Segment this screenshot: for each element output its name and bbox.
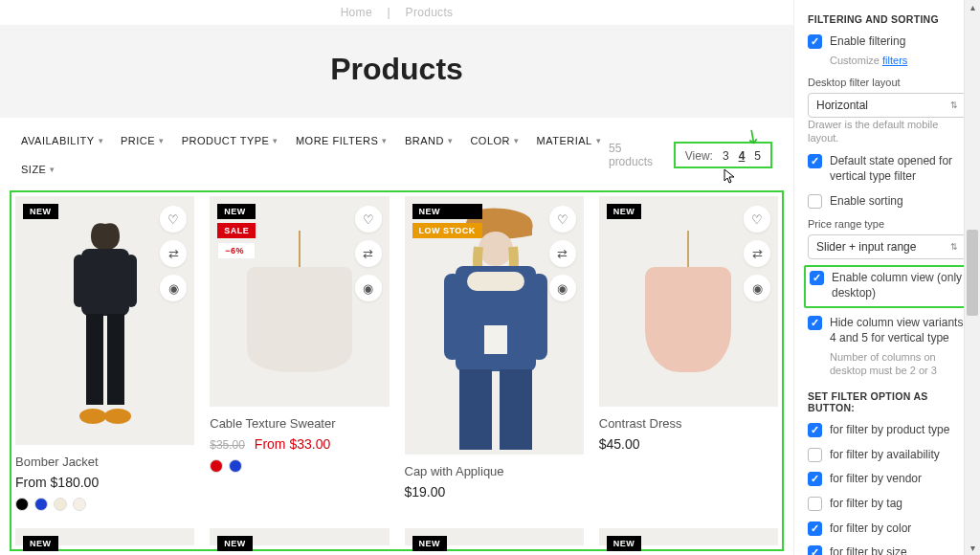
product-card[interactable]: NEW ♡ ⇄ ◉ Contrast Dress $45.00 — [599, 196, 778, 511]
setting-enable-column-view[interactable]: Enable column view (only desktop) — [810, 271, 965, 300]
price-range-select[interactable]: Slider + input range⇅ — [808, 234, 967, 259]
badge-new: NEW — [23, 536, 58, 551]
preview-pane: Home | Products Products AVAILABILITY▾ P… — [0, 0, 793, 555]
setting-enable-sorting[interactable]: Enable sorting — [808, 194, 967, 210]
product-price: From $180.00 — [15, 475, 194, 490]
product-image[interactable]: NEW — [15, 528, 194, 545]
checkbox-icon[interactable] — [808, 194, 822, 209]
quickview-button[interactable]: ◉ — [160, 275, 187, 301]
select-caret-icon: ⇅ — [950, 242, 958, 252]
product-image[interactable]: NEW SALE −6% ♡ ⇄ ◉ — [210, 196, 389, 407]
svg-rect-3 — [125, 255, 137, 307]
scroll-thumb[interactable] — [967, 230, 978, 316]
eye-icon: ◉ — [752, 281, 763, 296]
filter-price[interactable]: PRICE▾ — [121, 135, 165, 146]
compare-button[interactable]: ⇄ — [744, 240, 770, 267]
quickview-button[interactable]: ◉ — [355, 275, 382, 301]
swatch[interactable] — [210, 459, 223, 473]
scroll-up-icon[interactable]: ▴ — [965, 2, 980, 12]
filters-link[interactable]: filters — [882, 55, 907, 66]
wishlist-button[interactable]: ♡ — [355, 206, 382, 233]
person-placeholder — [417, 201, 570, 450]
swatch[interactable] — [73, 498, 86, 511]
desktop-layout-label: Desktop filter layout — [808, 77, 967, 88]
product-image[interactable]: NEW LOW STOCK ♡ ⇄ ◉ — [405, 196, 584, 455]
product-card[interactable]: NEW LOW STOCK ♡ ⇄ ◉ — [405, 196, 584, 511]
product-price: $19.00 — [405, 484, 584, 500]
scroll-down-icon[interactable]: ▾ — [965, 543, 980, 553]
outer-scrollbar[interactable]: ▴ ▾ — [964, 0, 980, 555]
setting-default-state[interactable]: Default state opened for vertical type f… — [808, 154, 967, 184]
color-swatches — [210, 459, 389, 473]
opt-tag[interactable]: for filter by tag — [808, 497, 967, 512]
compare-icon: ⇄ — [752, 247, 763, 261]
product-image[interactable]: NEW — [599, 528, 778, 545]
svg-rect-12 — [530, 274, 547, 360]
checkbox-icon[interactable] — [808, 497, 822, 511]
wishlist-button[interactable]: ♡ — [549, 206, 576, 233]
filter-material[interactable]: MATERIAL▾ — [537, 135, 602, 146]
checkbox-icon[interactable] — [808, 448, 822, 462]
product-title[interactable]: Contrast Dress — [599, 416, 778, 431]
filter-more[interactable]: MORE FILTERS▾ — [296, 135, 388, 146]
quickview-button[interactable]: ◉ — [744, 275, 770, 301]
checkbox-icon[interactable] — [808, 423, 822, 437]
opt-availability[interactable]: for filter by availability — [808, 448, 967, 463]
compare-button[interactable]: ⇄ — [355, 240, 382, 267]
product-image[interactable]: NEW — [210, 528, 389, 545]
swatch[interactable] — [34, 498, 48, 511]
filter-brand[interactable]: BRAND▾ — [405, 135, 454, 146]
breadcrumb-home[interactable]: Home — [341, 6, 372, 19]
product-title[interactable]: Bomber Jacket — [15, 455, 194, 469]
view-option-4[interactable]: 4 — [739, 149, 746, 163]
opt-product-type[interactable]: for filter by product type — [808, 423, 967, 438]
eye-icon: ◉ — [168, 281, 179, 296]
checkbox-icon[interactable] — [808, 522, 822, 536]
checkbox-icon[interactable] — [808, 154, 822, 168]
quickview-button[interactable]: ◉ — [549, 275, 576, 301]
opt-color[interactable]: for filter by color — [808, 522, 967, 537]
view-option-3[interactable]: 3 — [723, 149, 729, 163]
checkbox-icon[interactable] — [808, 316, 822, 330]
wishlist-button[interactable]: ♡ — [744, 206, 770, 233]
opt-vendor[interactable]: for filter by vendor — [808, 472, 967, 487]
swatch[interactable] — [229, 459, 242, 473]
view-option-5[interactable]: 5 — [754, 149, 761, 163]
product-card[interactable]: NEW SALE −6% ♡ ⇄ ◉ — [210, 196, 389, 511]
setting-hide-column-variants[interactable]: Hide column view variants 4 and 5 for ve… — [808, 316, 967, 345]
product-card[interactable]: NEW ♡ ⇄ ◉ — [15, 196, 194, 511]
checkbox-icon[interactable] — [808, 34, 822, 49]
product-price: $35.00 From $33.00 — [210, 436, 389, 452]
compare-button[interactable]: ⇄ — [160, 240, 187, 267]
filter-product-type[interactable]: PRODUCT TYPE▾ — [182, 135, 278, 146]
checkbox-icon[interactable] — [810, 271, 824, 285]
product-image[interactable]: NEW ♡ ⇄ ◉ — [599, 196, 778, 407]
highlight-enable-column: Enable column view (only desktop) — [804, 265, 970, 308]
wishlist-button[interactable]: ♡ — [160, 206, 187, 233]
swatch[interactable] — [15, 498, 29, 511]
chevron-down-icon: ▾ — [448, 136, 454, 145]
breadcrumb: Home | Products — [0, 0, 793, 25]
product-title[interactable]: Cap with Applique — [405, 464, 584, 478]
heart-icon: ♡ — [557, 212, 568, 227]
filter-color[interactable]: COLOR▾ — [470, 135, 519, 146]
swatch[interactable] — [54, 498, 67, 511]
checkbox-icon[interactable] — [808, 472, 822, 486]
desktop-layout-select[interactable]: Horizontal⇅ — [808, 93, 967, 118]
product-image[interactable]: NEW ♡ ⇄ ◉ — [15, 196, 194, 445]
badge-new: NEW — [217, 204, 256, 219]
svg-rect-13 — [484, 325, 507, 354]
checkbox-icon[interactable] — [808, 545, 822, 555]
product-title[interactable]: Cable Texture Sweater — [210, 416, 389, 431]
badge-sale: SALE — [217, 223, 256, 238]
product-image[interactable]: NEW — [405, 528, 584, 545]
product-grid: NEW ♡ ⇄ ◉ — [15, 196, 778, 511]
filter-availability[interactable]: AVAILABILITY▾ — [21, 135, 103, 146]
svg-rect-14 — [459, 369, 492, 450]
settings-sidebar: FILTERING AND SORTING Enable filtering C… — [793, 0, 980, 555]
compare-button[interactable]: ⇄ — [549, 240, 576, 267]
filter-size[interactable]: SIZE▾ — [21, 164, 56, 175]
opt-size[interactable]: for filter by size — [808, 545, 967, 555]
dress-placeholder — [645, 267, 731, 372]
setting-enable-filtering[interactable]: Enable filtering — [808, 34, 967, 50]
